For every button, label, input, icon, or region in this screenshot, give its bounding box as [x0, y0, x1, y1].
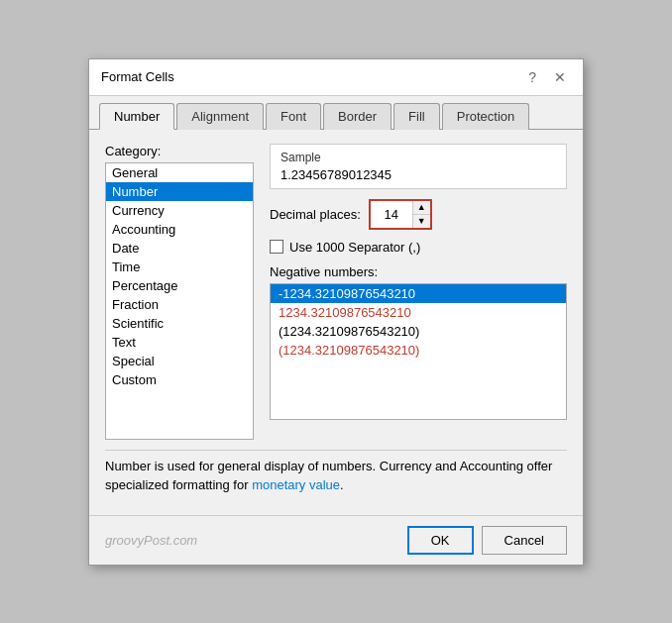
list-item[interactable]: Time: [106, 258, 253, 276]
list-item[interactable]: Accounting: [106, 220, 253, 239]
separator-label: Use 1000 Separator (,): [289, 240, 420, 255]
list-item[interactable]: Text: [106, 333, 253, 352]
decimal-spinner: ▲ ▼: [412, 201, 430, 228]
tab-bar: Number Alignment Font Border Fill Protec…: [89, 96, 583, 130]
close-button[interactable]: ✕: [549, 67, 571, 87]
negative-section: Negative numbers: -1234.3210987654321012…: [270, 264, 567, 420]
tab-alignment[interactable]: Alignment: [176, 103, 264, 130]
format-cells-dialog: Format Cells ? ✕ Number Alignment Font B…: [88, 58, 584, 566]
tab-border[interactable]: Border: [323, 103, 392, 130]
tab-protection[interactable]: Protection: [442, 103, 530, 130]
dialog-title: Format Cells: [101, 69, 174, 84]
list-item[interactable]: Special: [106, 352, 253, 370]
sample-box: Sample 1.23456789012345: [270, 144, 567, 189]
tab-number[interactable]: Number: [99, 103, 174, 130]
help-button[interactable]: ?: [523, 67, 541, 87]
description-area: Number is used for general display of nu…: [105, 450, 567, 501]
decimal-row: Decimal places: ▲ ▼: [270, 199, 567, 230]
cancel-button[interactable]: Cancel: [482, 526, 567, 555]
list-item[interactable]: -1234.32109876543210: [271, 284, 566, 303]
list-item[interactable]: (1234.32109876543210): [271, 341, 566, 360]
main-area: Category: GeneralNumberCurrencyAccountin…: [105, 144, 567, 440]
footer-buttons: OK Cancel: [407, 526, 567, 555]
category-section: Category: GeneralNumberCurrencyAccountin…: [105, 144, 254, 440]
category-list[interactable]: GeneralNumberCurrencyAccountingDateTimeP…: [105, 162, 254, 440]
footer: groovyPost.com OK Cancel: [89, 515, 583, 565]
sample-label: Sample: [280, 151, 556, 164]
list-item[interactable]: 1234.32109876543210: [271, 303, 566, 322]
negative-label: Negative numbers:: [270, 264, 567, 279]
list-item[interactable]: Number: [106, 182, 253, 201]
tab-font[interactable]: Font: [266, 103, 321, 130]
list-item[interactable]: General: [106, 163, 253, 182]
list-item[interactable]: Date: [106, 239, 253, 258]
category-label: Category:: [105, 144, 254, 158]
list-item[interactable]: Scientific: [106, 314, 253, 333]
separator-checkbox[interactable]: [270, 240, 283, 254]
description-text-after: .: [340, 477, 344, 492]
dialog-content: Category: GeneralNumberCurrencyAccountin…: [89, 130, 583, 515]
title-bar-controls: ? ✕: [523, 67, 571, 87]
list-item[interactable]: Percentage: [106, 276, 253, 295]
ok-button[interactable]: OK: [407, 526, 474, 555]
title-bar-title: Format Cells: [101, 69, 174, 84]
decimal-places-input[interactable]: [371, 201, 412, 228]
decimal-increment-button[interactable]: ▲: [413, 201, 430, 215]
list-item[interactable]: Fraction: [106, 295, 253, 314]
title-bar: Format Cells ? ✕: [89, 59, 583, 96]
watermark: groovyPost.com: [105, 533, 197, 548]
separator-row: Use 1000 Separator (,): [270, 240, 567, 255]
list-item[interactable]: Currency: [106, 201, 253, 220]
list-item[interactable]: Custom: [106, 370, 253, 389]
list-item[interactable]: (1234.32109876543210): [271, 322, 566, 341]
tab-fill[interactable]: Fill: [393, 103, 440, 130]
right-section: Sample 1.23456789012345 Decimal places: …: [270, 144, 567, 440]
decimal-label: Decimal places:: [270, 207, 361, 222]
negative-list[interactable]: -1234.321098765432101234.32109876543210(…: [270, 283, 567, 420]
decimal-decrement-button[interactable]: ▼: [413, 215, 430, 228]
sample-value: 1.23456789012345: [280, 167, 556, 182]
decimal-input-wrapper: ▲ ▼: [369, 199, 432, 230]
description-link[interactable]: monetary value: [252, 477, 340, 492]
